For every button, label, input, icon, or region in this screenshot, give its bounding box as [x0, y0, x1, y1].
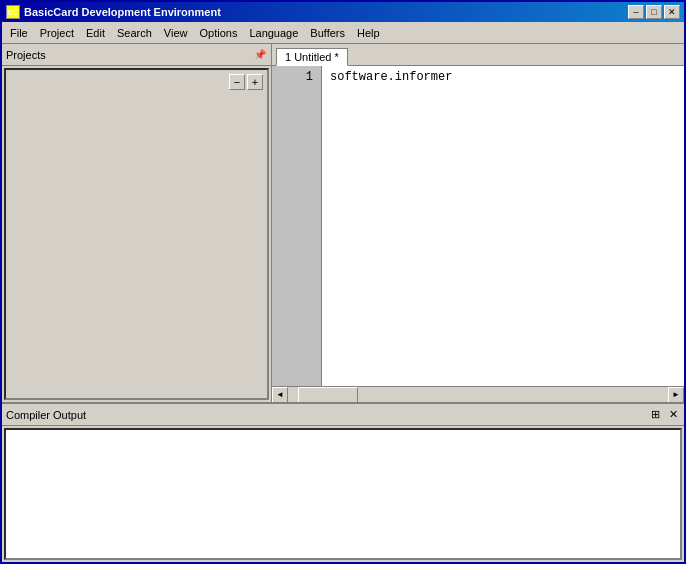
- editor-wrapper: 1 software.informer ◄ ►: [272, 66, 684, 402]
- window-controls: – □ ✕: [628, 5, 680, 19]
- expand-button[interactable]: +: [247, 74, 263, 90]
- projects-panel: Projects 📌 − +: [2, 44, 272, 402]
- menu-search[interactable]: Search: [111, 23, 158, 43]
- compiler-body: [4, 428, 682, 560]
- tab-bar: 1 Untitled *: [272, 44, 684, 66]
- menu-buffers[interactable]: Buffers: [304, 23, 351, 43]
- collapse-button[interactable]: −: [229, 74, 245, 90]
- compiler-header-icons: ⊞ ✕: [648, 408, 680, 422]
- scroll-left-button[interactable]: ◄: [272, 387, 288, 403]
- projects-title: Projects: [6, 49, 253, 61]
- compiler-header: Compiler Output ⊞ ✕: [2, 404, 684, 426]
- editor-area: 1 Untitled * 1 software.informer: [272, 44, 684, 402]
- editor-container[interactable]: 1 software.informer: [272, 66, 684, 386]
- pin-icon[interactable]: 📌: [253, 48, 267, 62]
- top-area: Projects 📌 − + 1 Untitled *: [2, 44, 684, 402]
- tab-label: 1 Untitled *: [285, 51, 339, 63]
- menu-project[interactable]: Project: [34, 23, 80, 43]
- projects-header: Projects 📌: [2, 44, 271, 66]
- close-button[interactable]: ✕: [664, 5, 680, 19]
- minimize-button[interactable]: –: [628, 5, 644, 19]
- menu-help[interactable]: Help: [351, 23, 386, 43]
- compiler-float-icon[interactable]: ⊞: [648, 408, 662, 422]
- maximize-button[interactable]: □: [646, 5, 662, 19]
- editor-content[interactable]: software.informer: [322, 66, 684, 386]
- horizontal-scrollbar: ◄ ►: [272, 386, 684, 402]
- main-window: BC BasicCard Development Environment – □…: [0, 0, 686, 564]
- compiler-close-icon[interactable]: ✕: [666, 408, 680, 422]
- menu-language[interactable]: Language: [243, 23, 304, 43]
- menu-file[interactable]: File: [4, 23, 34, 43]
- menu-view[interactable]: View: [158, 23, 194, 43]
- main-content: Projects 📌 − + 1 Untitled *: [2, 44, 684, 562]
- window-title: BasicCard Development Environment: [24, 6, 628, 18]
- scroll-thumb[interactable]: [298, 387, 358, 403]
- line-numbers: 1: [272, 66, 322, 386]
- menu-edit[interactable]: Edit: [80, 23, 111, 43]
- tab-untitled[interactable]: 1 Untitled *: [276, 48, 348, 66]
- compiler-title: Compiler Output: [6, 409, 648, 421]
- menu-bar: File Project Edit Search View Options La…: [2, 22, 684, 44]
- app-icon: BC: [6, 5, 20, 19]
- projects-body: − +: [4, 68, 269, 400]
- title-bar: BC BasicCard Development Environment – □…: [2, 2, 684, 22]
- line-number-1: 1: [276, 70, 313, 84]
- scroll-track[interactable]: [288, 387, 668, 403]
- menu-options[interactable]: Options: [193, 23, 243, 43]
- scroll-right-button[interactable]: ►: [668, 387, 684, 403]
- compiler-area: Compiler Output ⊞ ✕: [2, 402, 684, 562]
- editor-line-1: software.informer: [330, 70, 676, 84]
- projects-toolbar: − +: [229, 74, 263, 90]
